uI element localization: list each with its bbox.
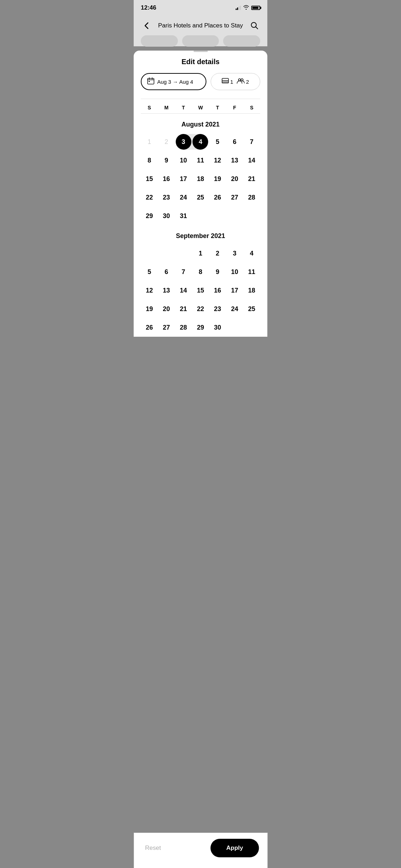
guests-count: 2 xyxy=(246,79,249,85)
day-number: 30 xyxy=(159,208,174,224)
calendar-day[interactable]: 13 xyxy=(226,151,243,170)
calendar-day[interactable]: 24 xyxy=(226,300,243,318)
battery-icon xyxy=(251,6,260,10)
calendar-day[interactable]: 16 xyxy=(209,281,226,300)
calendar-day[interactable]: 28 xyxy=(175,318,192,337)
calendar-day[interactable]: 10 xyxy=(175,151,192,170)
calendar-day[interactable]: 29 xyxy=(192,318,209,337)
calendar-day[interactable]: 20 xyxy=(226,170,243,188)
calendar-day[interactable]: 8 xyxy=(192,263,209,281)
day-number: 30 xyxy=(210,320,225,335)
calendar-day[interactable]: 19 xyxy=(141,300,158,318)
calendar-day[interactable]: 20 xyxy=(158,300,175,318)
calendar-day[interactable]: 22 xyxy=(141,188,158,207)
calendar-day[interactable]: 9 xyxy=(158,151,175,170)
calendar-day[interactable]: 30 xyxy=(209,318,226,337)
background-area xyxy=(134,36,267,46)
calendar-day[interactable]: 6 xyxy=(226,133,243,151)
calendar-day[interactable]: 25 xyxy=(243,300,260,318)
back-button[interactable] xyxy=(141,20,152,31)
nav-bar: Paris Hotels and Places to Stay xyxy=(134,16,267,36)
day-number: 15 xyxy=(192,283,208,298)
svg-rect-1 xyxy=(148,78,154,84)
day-number: 21 xyxy=(244,171,259,187)
day-number: 1 xyxy=(192,246,208,261)
calendar-day[interactable]: 15 xyxy=(141,170,158,188)
calendar-section: S M T W T F S August 2021 12345678910111… xyxy=(134,99,267,337)
september-title: September 2021 xyxy=(141,225,260,244)
day-number: 18 xyxy=(244,283,259,298)
calendar-day[interactable]: 6 xyxy=(158,263,175,281)
calendar-day[interactable]: 12 xyxy=(141,281,158,300)
day-number: 2 xyxy=(210,246,225,261)
calendar-empty xyxy=(141,244,158,263)
day-number: 23 xyxy=(210,301,225,317)
calendar-day[interactable]: 5 xyxy=(141,263,158,281)
day-number: 12 xyxy=(210,153,225,168)
calendar-empty xyxy=(158,244,175,263)
calendar-day[interactable]: 18 xyxy=(243,281,260,300)
calendar-day[interactable]: 17 xyxy=(175,170,192,188)
calendar-day[interactable]: 9 xyxy=(209,263,226,281)
calendar-day[interactable]: 3 xyxy=(175,133,192,151)
calendar-day[interactable]: 19 xyxy=(209,170,226,188)
calendar-day[interactable]: 28 xyxy=(243,188,260,207)
day-number: 17 xyxy=(176,171,191,187)
september-calendar: 1234567891011121314151617181920212223242… xyxy=(141,244,260,337)
day-number: 11 xyxy=(192,153,208,168)
calendar-day[interactable]: 3 xyxy=(226,244,243,263)
calendar-day[interactable]: 7 xyxy=(243,133,260,151)
day-number: 17 xyxy=(227,283,242,298)
day-number: 14 xyxy=(176,283,191,298)
day-number: 3 xyxy=(176,134,191,150)
calendar-day[interactable]: 17 xyxy=(226,281,243,300)
calendar-day[interactable]: 1 xyxy=(141,133,158,151)
guests-item: 2 xyxy=(237,78,249,86)
search-button[interactable] xyxy=(249,20,260,31)
day-header-sat: S xyxy=(243,105,260,110)
calendar-day[interactable]: 8 xyxy=(141,151,158,170)
status-bar: 12:46 xyxy=(134,0,267,16)
day-number: 20 xyxy=(159,301,174,317)
calendar-day[interactable]: 25 xyxy=(192,188,209,207)
calendar-day[interactable]: 24 xyxy=(175,188,192,207)
calendar-day[interactable]: 29 xyxy=(141,207,158,225)
calendar-day[interactable]: 2 xyxy=(158,133,175,151)
calendar-day[interactable]: 21 xyxy=(243,170,260,188)
day-header-fri: F xyxy=(226,105,243,110)
calendar-day[interactable]: 11 xyxy=(192,151,209,170)
calendar-day[interactable]: 27 xyxy=(226,188,243,207)
calendar-day[interactable]: 31 xyxy=(175,207,192,225)
filter-row: Aug 3 → Aug 4 1 xyxy=(134,73,267,90)
day-number: 25 xyxy=(192,190,208,205)
day-number: 10 xyxy=(227,264,242,280)
calendar-day[interactable]: 26 xyxy=(209,188,226,207)
calendar-day[interactable]: 16 xyxy=(158,170,175,188)
calendar-day[interactable]: 21 xyxy=(175,300,192,318)
calendar-day[interactable]: 10 xyxy=(226,263,243,281)
calendar-day[interactable]: 27 xyxy=(158,318,175,337)
calendar-day[interactable]: 14 xyxy=(175,281,192,300)
calendar-day[interactable]: 2 xyxy=(209,244,226,263)
calendar-day[interactable]: 4 xyxy=(192,133,209,151)
day-number: 1 xyxy=(142,134,157,150)
calendar-day[interactable]: 26 xyxy=(141,318,158,337)
day-number: 27 xyxy=(227,190,242,205)
calendar-day[interactable]: 1 xyxy=(192,244,209,263)
calendar-day[interactable]: 14 xyxy=(243,151,260,170)
calendar-day[interactable]: 18 xyxy=(192,170,209,188)
rooms-chip[interactable]: 1 2 xyxy=(211,73,260,90)
calendar-day[interactable]: 7 xyxy=(175,263,192,281)
calendar-day[interactable]: 15 xyxy=(192,281,209,300)
calendar-day[interactable]: 23 xyxy=(158,188,175,207)
calendar-day[interactable]: 23 xyxy=(209,300,226,318)
day-header-tue: T xyxy=(175,105,192,110)
date-chip[interactable]: Aug 3 → Aug 4 xyxy=(141,73,206,90)
calendar-day[interactable]: 13 xyxy=(158,281,175,300)
calendar-day[interactable]: 22 xyxy=(192,300,209,318)
calendar-day[interactable]: 5 xyxy=(209,133,226,151)
calendar-day[interactable]: 30 xyxy=(158,207,175,225)
calendar-day[interactable]: 11 xyxy=(243,263,260,281)
calendar-day[interactable]: 12 xyxy=(209,151,226,170)
calendar-day[interactable]: 4 xyxy=(243,244,260,263)
